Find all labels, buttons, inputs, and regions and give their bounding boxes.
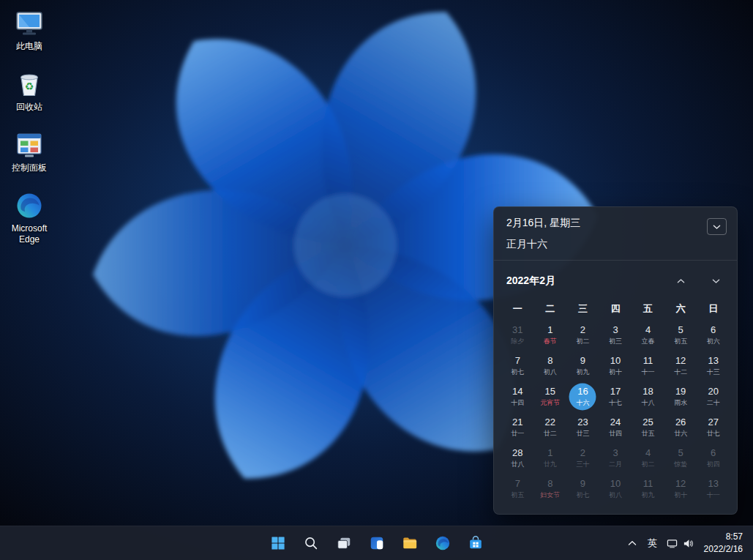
day-lunar-label: 廿九 (544, 460, 557, 468)
day-number: 4 (645, 448, 651, 458)
day-lunar-label: 廿二 (544, 430, 557, 438)
ime-indicator[interactable]: 英 (643, 529, 662, 557)
microsoft-store-icon (468, 535, 484, 551)
desktop-icon-recycle-bin[interactable]: ♻ 回收站 (4, 67, 54, 116)
taskbar-center-icons (263, 526, 490, 560)
calendar-day-cell[interactable]: 14十四 (501, 381, 534, 412)
day-lunar-label: 初九 (642, 491, 655, 499)
calendar-day-cell[interactable]: 3二月 (599, 443, 632, 474)
calendar-day-cell[interactable]: 25廿五 (632, 412, 664, 443)
calendar-day-cell[interactable]: 7初七 (501, 351, 534, 381)
day-number: 9 (580, 356, 585, 366)
day-number: 18 (643, 387, 653, 397)
desktop-icon-control-panel[interactable]: 控制面板 (4, 127, 54, 176)
day-lunar-label: 廿六 (674, 430, 687, 438)
calendar-day-cell[interactable]: 5初五 (664, 320, 697, 351)
calendar-day-cell[interactable]: 13十一 (697, 474, 730, 504)
calendar-day-cell[interactable]: 9初九 (566, 351, 599, 381)
calendar-day-cell[interactable]: 17十七 (599, 381, 632, 412)
edge-icon (435, 535, 451, 551)
calendar-day-cell[interactable]: 11初九 (632, 474, 664, 504)
calendar-day-cell[interactable]: 13十三 (697, 351, 730, 381)
day-lunar-label: 初七 (576, 491, 589, 499)
day-number: 23 (577, 417, 588, 428)
file-explorer-button[interactable] (395, 529, 424, 558)
calendar-day-cell[interactable]: 6初六 (697, 320, 730, 351)
microsoft-store-button[interactable] (461, 529, 490, 558)
calendar-prev-month-button[interactable] (671, 272, 690, 291)
search-button[interactable] (296, 529, 326, 558)
calendar-day-cell[interactable]: 2三十 (566, 443, 599, 474)
widgets-button[interactable] (362, 529, 392, 558)
day-number: 16 (577, 387, 588, 397)
calendar-day-cell[interactable]: 7初五 (501, 474, 534, 504)
desktop-icon-this-pc[interactable]: 此电脑 (4, 6, 54, 55)
calendar-day-cell[interactable]: 1廿九 (534, 443, 567, 474)
calendar-day-cell[interactable]: 12十二 (664, 351, 697, 381)
day-number: 31 (512, 325, 522, 335)
calendar-lunar-text: 正月十六 (506, 238, 580, 251)
day-lunar-label: 廿四 (609, 430, 622, 438)
calendar-day-cell-selected[interactable]: 16十六 (566, 381, 599, 412)
calendar-day-cell[interactable]: 19雨水 (664, 381, 697, 412)
calendar-day-cell[interactable]: 26廿六 (664, 412, 697, 443)
calendar-day-cell[interactable]: 4初二 (632, 443, 664, 474)
calendar-next-month-button[interactable] (706, 272, 725, 291)
calendar-day-cell[interactable]: 3初三 (599, 320, 632, 351)
calendar-day-cell[interactable]: 23廿三 (566, 412, 599, 443)
calendar-day-cell[interactable]: 8初八 (534, 351, 567, 381)
day-lunar-label: 廿五 (642, 430, 655, 438)
day-lunar-label: 廿一 (511, 430, 524, 438)
calendar-day-cell[interactable]: 31除夕 (501, 320, 534, 351)
calendar-day-cell[interactable]: 24廿四 (599, 412, 632, 443)
network-volume-button[interactable] (664, 529, 697, 557)
day-lunar-label: 二月 (609, 460, 622, 468)
day-lunar-label: 初八 (544, 368, 557, 376)
day-number: 22 (545, 417, 555, 428)
day-lunar-label: 初十 (674, 491, 687, 499)
calendar-day-cell[interactable]: 22廿二 (534, 412, 567, 443)
calendar-day-cell[interactable]: 28廿八 (501, 443, 534, 474)
day-lunar-label: 元宵节 (540, 399, 560, 407)
tray-show-hidden-button[interactable] (623, 529, 642, 557)
day-number: 2 (580, 325, 585, 335)
calendar-day-cell[interactable]: 15元宵节 (534, 381, 567, 412)
desktop-icon-label: 此电脑 (16, 41, 42, 52)
calendar-day-cell[interactable]: 8妇女节 (534, 474, 567, 504)
calendar-day-cell[interactable]: 11十一 (632, 351, 664, 381)
calendar-date-text: 2月16日, 星期三 (506, 217, 580, 230)
calendar-day-cell[interactable]: 6初四 (697, 443, 730, 474)
calendar-day-cell[interactable]: 18十八 (632, 381, 664, 412)
windows-desktop: 此电脑 ♻ 回收站 (0, 0, 753, 560)
calendar-day-cell[interactable]: 4立春 (632, 320, 664, 351)
day-lunar-label: 十一 (707, 491, 720, 499)
calendar-day-cell[interactable]: 1春节 (534, 320, 567, 351)
calendar-month-title[interactable]: 2022年2月 (506, 275, 555, 288)
day-number: 10 (610, 356, 621, 366)
day-number: 2 (580, 448, 585, 458)
desktop-icon-microsoft-edge[interactable]: Microsoft Edge (4, 188, 54, 248)
edge-button[interactable] (428, 529, 457, 558)
recycle-bin-icon: ♻ (15, 70, 44, 99)
calendar-day-cell[interactable]: 12初十 (664, 474, 697, 504)
calendar-day-cell[interactable]: 20二十 (697, 381, 730, 412)
calendar-collapse-button[interactable] (707, 218, 727, 235)
day-lunar-label: 十一 (642, 368, 655, 376)
day-number: 28 (512, 448, 522, 458)
day-number: 12 (675, 356, 686, 366)
taskbar-clock[interactable]: 8:57 2022/2/16 (698, 531, 746, 556)
day-lunar-label: 廿三 (576, 430, 589, 438)
calendar-day-cell[interactable]: 9初七 (566, 474, 599, 504)
calendar-day-cell[interactable]: 2初二 (566, 320, 599, 351)
day-number: 1 (547, 325, 552, 335)
calendar-day-cell[interactable]: 21廿一 (501, 412, 534, 443)
calendar-day-cell[interactable]: 10初八 (599, 474, 632, 504)
calendar-day-cell[interactable]: 5惊蛰 (664, 443, 697, 474)
calendar-day-cell[interactable]: 10初十 (599, 351, 632, 381)
task-view-button[interactable] (329, 529, 359, 558)
day-number: 3 (612, 448, 618, 458)
day-lunar-label: 初四 (707, 460, 720, 468)
start-button[interactable] (263, 529, 293, 558)
calendar-day-cell[interactable]: 27廿七 (697, 412, 730, 443)
day-lunar-label: 三十 (576, 460, 589, 468)
